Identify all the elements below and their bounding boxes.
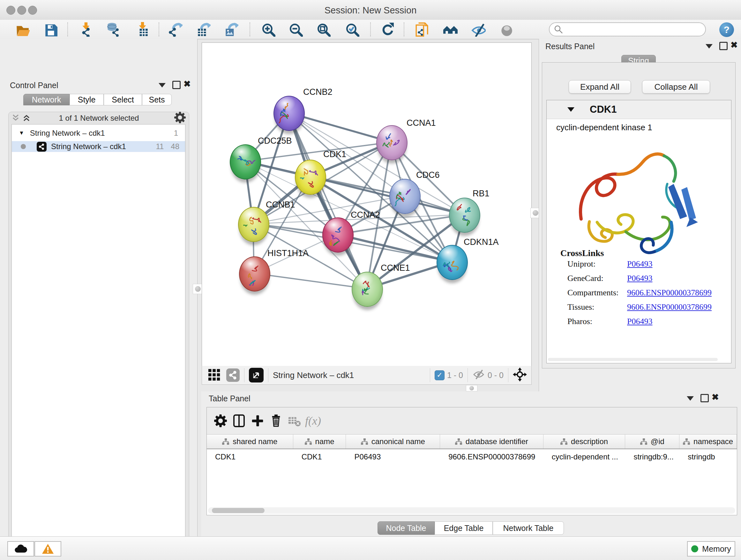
network-node-ccna2[interactable] — [322, 217, 354, 253]
grid-view-icon[interactable] — [208, 368, 221, 382]
table-settings-gear-icon[interactable] — [211, 412, 230, 430]
export-image-button[interactable] — [223, 22, 239, 37]
collapse-all-icon[interactable] — [11, 114, 18, 122]
column-header-sharedname[interactable]: shared name — [207, 435, 293, 449]
show-items-button[interactable] — [498, 22, 514, 37]
table-cell[interactable]: stringdb — [679, 450, 737, 464]
network-node-cdc6[interactable] — [389, 179, 421, 214]
column-header-namespace[interactable]: namespace — [679, 435, 737, 449]
expand-all-button[interactable]: Expand All — [569, 80, 631, 94]
crosslink-link[interactable]: 9606.ENSP00000378699 — [627, 302, 712, 312]
table-cell[interactable]: 9606.ENSP00000378699 — [440, 450, 543, 464]
table-cell[interactable]: P06493 — [346, 450, 440, 464]
tab-edge-table[interactable]: Edge Table — [434, 521, 493, 535]
refresh-layout-button[interactable] — [380, 22, 395, 37]
open-in-window-icon[interactable] — [249, 368, 264, 382]
zoom-out-button[interactable] — [288, 22, 303, 37]
tab-network-table[interactable]: Network Table — [493, 521, 564, 535]
save-session-button[interactable] — [43, 22, 58, 37]
toolbar-separator — [370, 22, 371, 37]
column-header-id[interactable]: @id — [625, 435, 679, 449]
import-table-button[interactable] — [135, 22, 150, 37]
network-node-hist1h1a[interactable] — [239, 256, 270, 292]
search-input[interactable] — [549, 22, 706, 37]
toolbar-separator — [404, 22, 404, 37]
network-node-ccnb2[interactable] — [273, 96, 305, 131]
crosslink-link[interactable]: P06493 — [627, 273, 652, 283]
memory-button[interactable]: Memory — [687, 541, 735, 557]
crosslink-link[interactable]: 9606.ENSP00000378699 — [627, 288, 712, 298]
table-cell[interactable]: CDK1 — [207, 450, 293, 464]
zoom-fit-button[interactable] — [316, 22, 331, 37]
results-scrollbar[interactable] — [548, 358, 718, 361]
share-document-button[interactable] — [414, 22, 429, 37]
column-header-canonicalname[interactable]: canonical name — [346, 435, 440, 449]
network-edge[interactable] — [288, 113, 367, 289]
help-button[interactable]: ? — [719, 22, 734, 37]
home-button[interactable] — [443, 22, 458, 37]
string-network-icon[interactable] — [226, 368, 240, 382]
delete-column-trash-icon[interactable] — [267, 412, 285, 430]
column-header-databaseidentifier[interactable]: database identifier — [440, 435, 543, 449]
float-panel-icon[interactable] — [700, 394, 709, 402]
table-row[interactable]: CDK1CDK1P064939606.ENSP00000378699cyclin… — [207, 450, 737, 464]
column-header-description[interactable]: description — [543, 435, 625, 449]
horizontal-splitter[interactable] — [466, 385, 477, 391]
network-canvas[interactable]: CCNB2CCNA1CDC25BCDK1CDC6RB1CCNB1CCNA2CDK… — [202, 43, 532, 366]
close-panel-icon[interactable]: ✖ — [712, 393, 719, 401]
tab-select[interactable]: Select — [104, 94, 142, 105]
open-session-button[interactable] — [15, 22, 30, 37]
table-panel-title: Table Panel — [209, 394, 251, 403]
add-column-icon[interactable] — [248, 412, 267, 430]
network-node-ccna1[interactable] — [376, 125, 408, 160]
close-panel-icon[interactable]: ✖ — [184, 80, 191, 88]
table-cell[interactable]: cyclin-dependent ... — [543, 450, 625, 464]
tree-row-network[interactable]: String Network – cdk1 11 48 — [12, 141, 185, 152]
collapse-all-button[interactable]: Collapse All — [642, 80, 710, 94]
zoom-out-icon — [288, 22, 303, 37]
network-node-cdkn1a[interactable] — [436, 245, 468, 280]
import-network-button[interactable] — [79, 22, 94, 37]
float-panel-icon[interactable] — [719, 42, 728, 50]
table-horizontal-scrollbar[interactable] — [208, 507, 735, 514]
tree-row-collection[interactable]: ▼ String Network – cdk1 1 — [12, 128, 185, 138]
show-columns-icon[interactable] — [230, 412, 248, 430]
cloud-button[interactable] — [7, 541, 34, 557]
collapse-panel-icon[interactable] — [687, 396, 694, 401]
collapse-panel-icon[interactable] — [705, 44, 713, 49]
export-table-button[interactable] — [196, 22, 211, 37]
column-header-name[interactable]: name — [293, 435, 346, 449]
tab-node-table[interactable]: Node Table — [378, 521, 434, 535]
network-node-cdk1[interactable] — [295, 160, 326, 195]
import-database-button[interactable] — [106, 22, 121, 37]
warnings-button[interactable] — [35, 541, 61, 557]
hidden-eye-icon — [472, 368, 485, 382]
network-edge[interactable] — [254, 273, 367, 289]
expand-all-icon[interactable] — [22, 114, 29, 122]
network-node-ccnb1[interactable] — [238, 207, 269, 242]
network-node-cdc25b[interactable] — [230, 144, 261, 179]
close-panel-icon[interactable]: ✖ — [731, 41, 738, 50]
network-node-ccne1[interactable] — [352, 272, 383, 307]
crosslink-link[interactable]: P06493 — [627, 317, 652, 326]
tab-network[interactable]: Network — [23, 94, 70, 105]
table-cell[interactable]: stringdb:9... — [625, 450, 679, 464]
network-node-rb1[interactable] — [449, 198, 480, 233]
hide-items-button[interactable] — [471, 22, 486, 37]
tab-sets[interactable]: Sets — [142, 94, 172, 105]
collapse-protein-icon[interactable] — [567, 107, 575, 112]
zoom-selected-button[interactable] — [344, 22, 360, 37]
crosslink-link[interactable]: P06493 — [627, 259, 652, 269]
protein-thumbnail — [454, 203, 475, 227]
control-panel-title: Control Panel — [10, 81, 58, 90]
export-network-button[interactable] — [167, 22, 183, 37]
tab-style[interactable]: Style — [70, 94, 104, 105]
zoom-in-button[interactable] — [260, 22, 276, 37]
pan-crosshair-icon[interactable] — [513, 368, 527, 383]
table-cell[interactable]: CDK1 — [293, 450, 346, 464]
collapse-panel-icon[interactable] — [158, 83, 165, 87]
selected-count-checkbox[interactable]: ✓ — [434, 370, 445, 380]
tree-expand-arrow-icon[interactable]: ▼ — [19, 130, 24, 136]
network-options-gear-icon[interactable] — [174, 112, 186, 125]
float-panel-icon[interactable] — [172, 81, 181, 89]
